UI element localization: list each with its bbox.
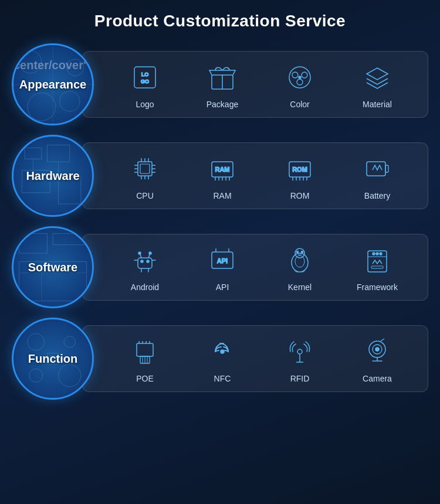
svg-point-13 (302, 72, 307, 78)
hardware-items: CPU RAM RAM ROM (82, 142, 428, 209)
svg-rect-54 (53, 234, 86, 245)
cpu-label: CPU (136, 191, 154, 200)
function-label: Function (28, 352, 77, 366)
item-kernel: Kernel (276, 243, 323, 292)
svg-line-109 (381, 339, 384, 341)
svg-point-3 (59, 91, 79, 111)
section-label-hardware: Hardware (12, 135, 94, 217)
item-color: Color (276, 60, 323, 109)
svg-point-106 (375, 348, 379, 351)
svg-point-0 (19, 51, 42, 73)
appearance-label: Appearance (19, 78, 87, 91)
item-rfid: RFID (276, 334, 323, 383)
svg-line-79 (302, 271, 304, 272)
nfc-icon (205, 334, 240, 369)
cpu-icon (127, 151, 163, 186)
ram-label: RAM (213, 191, 231, 200)
function-items: POE NFC (82, 325, 428, 392)
svg-rect-91 (137, 343, 153, 356)
section-function: Function POE (12, 318, 428, 400)
svg-text:LO: LO (141, 71, 149, 77)
section-label-software: Software (12, 226, 94, 308)
svg-text:ROM: ROM (292, 166, 307, 173)
package-icon (205, 60, 240, 95)
section-appearance: ') center/cover"> Appearance LO GO Logo (12, 43, 428, 125)
section-label-function: Function (12, 318, 94, 400)
svg-marker-16 (367, 68, 388, 80)
kernel-label: Kernel (288, 282, 312, 292)
framework-icon (360, 243, 395, 278)
page-title: Product Customization Service (94, 12, 346, 30)
section-hardware: Hardware (12, 135, 428, 217)
svg-text:RAM: RAM (215, 166, 229, 173)
svg-point-77 (302, 251, 303, 253)
item-android: Android (121, 243, 168, 292)
color-icon (282, 60, 317, 95)
item-nfc: NFC (199, 334, 246, 383)
svg-rect-82 (371, 266, 383, 268)
poe-icon (127, 334, 163, 369)
svg-point-100 (221, 350, 224, 353)
svg-rect-18 (47, 145, 69, 162)
svg-line-78 (295, 271, 297, 272)
svg-rect-6 (134, 67, 155, 88)
svg-point-60 (147, 260, 149, 263)
poe-label: POE (136, 374, 154, 383)
camera-icon (360, 334, 395, 369)
svg-point-89 (59, 365, 81, 387)
svg-point-76 (297, 251, 299, 253)
item-battery: Battery (354, 151, 401, 200)
ram-icon: RAM (205, 151, 240, 186)
svg-rect-53 (19, 234, 48, 254)
rfid-label: RFID (290, 374, 310, 383)
svg-point-67 (138, 252, 141, 254)
item-poe: POE (121, 334, 168, 383)
svg-point-1 (67, 59, 84, 76)
item-api: API API (199, 243, 246, 292)
item-logo: LO GO Logo (121, 60, 168, 109)
rom-icon: ROM (282, 151, 317, 186)
item-package: Package (199, 60, 246, 109)
hardware-label: Hardware (26, 169, 79, 183)
framework-label: Framework (357, 282, 398, 292)
svg-text:GO: GO (141, 79, 149, 84)
svg-point-84 (376, 253, 378, 255)
item-camera: Camera (354, 334, 401, 383)
section-software: Software Andro (12, 226, 428, 308)
kernel-icon (282, 243, 317, 278)
svg-point-85 (380, 253, 382, 255)
package-label: Package (207, 100, 238, 109)
rfid-icon (282, 334, 317, 369)
logo-label: Logo (136, 100, 154, 109)
item-ram: RAM RAM (199, 151, 246, 200)
item-framework: Framework (354, 243, 401, 292)
material-icon (360, 60, 395, 95)
svg-point-2 (28, 93, 56, 121)
svg-point-15 (299, 76, 301, 79)
svg-point-86 (28, 333, 45, 350)
logo-icon: LO GO (127, 60, 163, 95)
section-label-appearance: ') center/cover"> Appearance (12, 43, 94, 125)
svg-rect-58 (138, 258, 152, 268)
software-items: Android API API (82, 234, 428, 301)
svg-point-88 (29, 369, 43, 382)
item-rom: ROM ROM (276, 151, 323, 200)
android-icon (127, 243, 163, 278)
svg-point-87 (64, 336, 75, 348)
appearance-items: LO GO Logo Package (82, 51, 428, 118)
svg-text:API: API (217, 257, 228, 264)
svg-point-74 (295, 256, 304, 267)
nfc-label: NFC (214, 374, 231, 383)
svg-point-59 (141, 260, 143, 263)
svg-point-83 (373, 253, 375, 255)
svg-rect-51 (367, 162, 385, 176)
svg-rect-24 (140, 164, 150, 173)
item-cpu: CPU (121, 151, 168, 200)
svg-rect-17 (25, 148, 42, 159)
svg-point-12 (292, 72, 298, 78)
rom-label: ROM (290, 191, 310, 200)
color-label: Color (290, 100, 309, 109)
battery-label: Battery (364, 191, 390, 200)
svg-point-73 (292, 253, 308, 272)
software-label: Software (28, 261, 77, 274)
